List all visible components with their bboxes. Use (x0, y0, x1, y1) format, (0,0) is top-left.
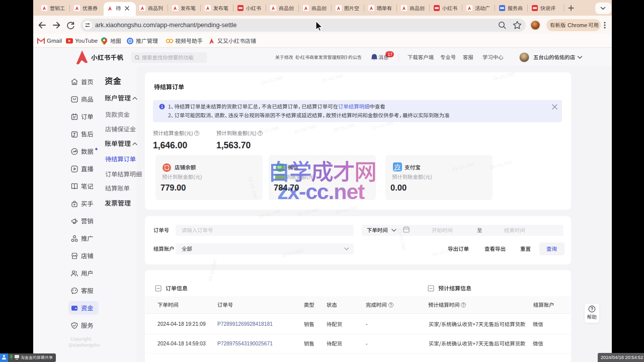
svg-text:zx-cc.net: zx-cc.net (297, 206, 320, 217)
svg-text:zx-cc.net: zx-cc.net (261, 74, 284, 85)
svg-text:zx-cc.net: zx-cc.net (281, 247, 304, 258)
svg-text:zx-cc.net: zx-cc.net (335, 204, 358, 215)
svg-text:zx-cc.net: zx-cc.net (258, 208, 281, 219)
svg-text:zx-cc.net: zx-cc.net (206, 259, 217, 282)
svg-text:zx-cc.net: zx-cc.net (490, 159, 513, 170)
svg-text:zx-cc.net: zx-cc.net (321, 72, 344, 83)
svg-text:zx-cc.net: zx-cc.net (248, 176, 259, 199)
svg-text:zx-cc.net: zx-cc.net (371, 120, 394, 131)
svg-text:zx-cc.net: zx-cc.net (257, 125, 280, 136)
svg-text:zx-cc.net: zx-cc.net (396, 228, 408, 251)
svg-text:zx-cc.net: zx-cc.net (294, 123, 317, 134)
svg-text:zx-cc.net: zx-cc.net (333, 122, 356, 133)
svg-text:zx-cc.net: zx-cc.net (452, 161, 475, 172)
svg-text:zx-cc.net: zx-cc.net (492, 70, 515, 81)
